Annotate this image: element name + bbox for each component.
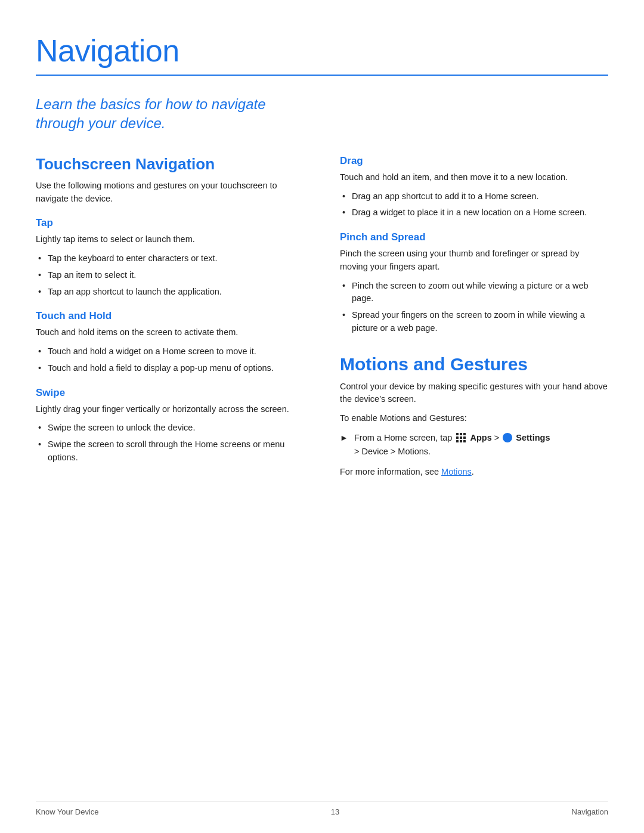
tap-description: Lightly tap items to select or launch th…: [36, 233, 304, 246]
tap-bullet-2: Tap an item to select it.: [36, 269, 304, 282]
tap-bullets: Tap the keyboard to enter characters or …: [36, 252, 304, 298]
instruction-suffix: > Device > Motions.: [354, 447, 431, 456]
touch-hold-bullets: Touch and hold a widget on a Home screen…: [36, 345, 304, 375]
drag-title: Drag: [340, 155, 608, 167]
title-divider: [36, 75, 608, 76]
instruction-gt1: >: [494, 433, 502, 442]
right-column: Drag Touch and hold an item, and then mo…: [340, 155, 608, 485]
apps-icon: [456, 433, 466, 442]
footer-left: Know Your Device: [36, 807, 99, 816]
touchscreen-section-title: Touchscreen Navigation: [36, 155, 304, 174]
settings-icon: [503, 433, 512, 442]
pinch-spread-bullet-1: Pinch the screen to zoom out while viewi…: [340, 280, 608, 306]
left-column: Touchscreen Navigation Use the following…: [36, 155, 304, 485]
more-info-prefix: For more information, see: [340, 467, 439, 476]
touchscreen-description: Use the following motions and gestures o…: [36, 179, 304, 206]
two-column-layout: Touchscreen Navigation Use the following…: [36, 155, 608, 485]
more-info-suffix: .: [472, 467, 474, 476]
motions-title: Motions and Gestures: [340, 354, 608, 374]
pinch-spread-bullet-2: Spread your fingers on the screen to zoo…: [340, 309, 608, 335]
page-title: Navigation: [36, 33, 608, 69]
swipe-title: Swipe: [36, 387, 304, 399]
arrow-icon: ►: [340, 431, 348, 444]
swipe-bullet-1: Swipe the screen to unlock the device.: [36, 422, 304, 435]
enable-text: To enable Motions and Gestures:: [340, 412, 608, 425]
instruction-prefix: From a Home screen, tap: [354, 433, 452, 442]
touch-hold-bullet-1: Touch and hold a widget on a Home screen…: [36, 345, 304, 358]
pinch-spread-title: Pinch and Spread: [340, 231, 608, 243]
apps-label: Apps: [470, 433, 491, 442]
pinch-spread-bullets: Pinch the screen to zoom out while viewi…: [340, 280, 608, 335]
motions-section: Motions and Gestures Control your device…: [340, 354, 608, 479]
tap-bullet-3: Tap an app shortcut to launch the applic…: [36, 286, 304, 299]
swipe-description: Lightly drag your finger vertically or h…: [36, 403, 304, 416]
drag-bullet-1: Drag an app shortcut to add it to a Home…: [340, 190, 608, 203]
touch-hold-title: Touch and Hold: [36, 310, 304, 322]
page-container: Navigation Learn the basics for how to n…: [0, 0, 644, 833]
instruction-line: ► From a Home screen, tap Apps > Setting…: [340, 431, 608, 459]
tap-bullet-1: Tap the keyboard to enter characters or …: [36, 252, 304, 265]
drag-bullet-2: Drag a widget to place it in a new locat…: [340, 206, 608, 219]
drag-description: Touch and hold an item, and then move it…: [340, 171, 608, 184]
swipe-bullets: Swipe the screen to unlock the device. S…: [36, 422, 304, 464]
footer-right: Navigation: [572, 807, 608, 816]
motions-description: Control your device by making specific g…: [340, 380, 608, 407]
tap-title: Tap: [36, 217, 304, 229]
more-info-line: For more information, see Motions.: [340, 466, 608, 479]
intro-text: Learn the basics for how to navigate thr…: [36, 95, 292, 134]
settings-label: Settings: [516, 433, 550, 442]
motions-link[interactable]: Motions: [441, 467, 472, 476]
touch-hold-bullet-2: Touch and hold a field to display a pop-…: [36, 362, 304, 375]
swipe-bullet-2: Swipe the screen to scroll through the H…: [36, 438, 304, 465]
pinch-spread-description: Pinch the screen using your thumb and fo…: [340, 247, 608, 274]
footer-page-number: 13: [331, 807, 339, 816]
footer: Know Your Device 13 Navigation: [36, 801, 608, 816]
drag-bullets: Drag an app shortcut to add it to a Home…: [340, 190, 608, 220]
touch-hold-description: Touch and hold items on the screen to ac…: [36, 326, 304, 339]
